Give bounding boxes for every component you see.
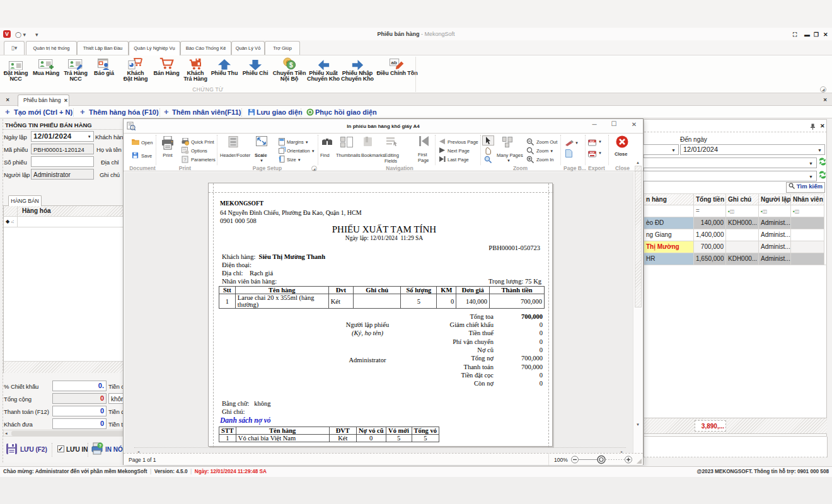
- svg-text:PDF: PDF: [590, 152, 595, 154]
- svg-text:?: ?: [184, 158, 187, 162]
- svg-text:PDF: PDF: [590, 140, 595, 143]
- svg-text:?: ?: [99, 444, 101, 448]
- svg-text:$: $: [289, 61, 293, 68]
- svg-text:ab: ab: [391, 60, 396, 66]
